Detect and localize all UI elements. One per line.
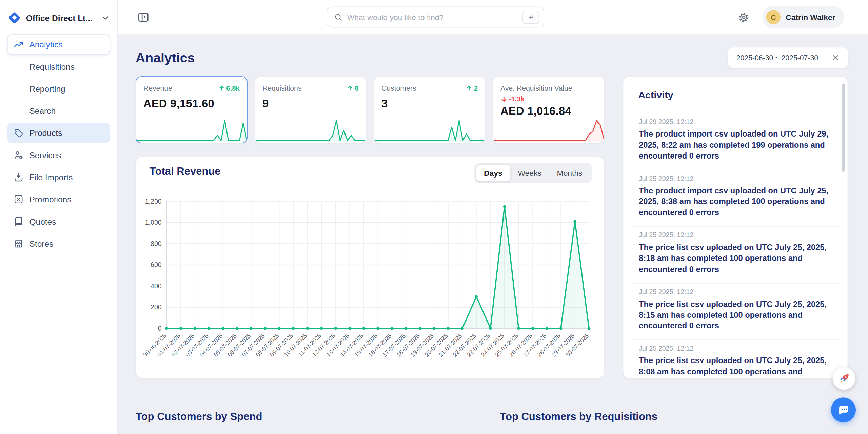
sidebar-item-stores[interactable]: Stores: [7, 233, 110, 254]
activity-item: Jul 25 2025, 12:12The product import csv…: [632, 170, 840, 227]
page-header: Analytics 2025-06-30 ~ 2025-07-30: [136, 47, 848, 68]
activity-item: Jul 25 2025, 12:12The price list csv upl…: [632, 284, 840, 340]
revenue-line-chart: 02004006008001,0001,20030-06-202501-07-2…: [136, 157, 605, 379]
activity-text: The price list csv uploaded on UTC July …: [639, 299, 833, 332]
kpi-card-ave-requisition-value[interactable]: Ave. Requisition Value-1.3kAED 1,016.84: [493, 76, 605, 143]
activity-text: The product import csv uploaded on UTC J…: [639, 186, 833, 219]
activity-text: The product import csv uploaded on UTC J…: [639, 129, 833, 162]
settings-gear-icon[interactable]: [738, 11, 750, 23]
kpi-sparkline: [493, 117, 604, 143]
user-menu[interactable]: C Catrin Walker: [763, 6, 844, 28]
activity-timestamp: Jul 25 2025, 12:12: [639, 174, 833, 182]
top-customers-requisitions-heading: Top Customers by Requisitions: [500, 411, 657, 423]
activity-text: The price list csv uploaded on UTC July …: [639, 356, 833, 378]
chat-support-button[interactable]: [831, 397, 856, 422]
chevron-down-icon: [101, 13, 110, 22]
arrow-down-icon: [500, 95, 508, 102]
activity-timestamp: Jul 25 2025, 12:12: [639, 345, 833, 352]
sidebar-item-services[interactable]: Services: [7, 145, 110, 165]
store-icon: [13, 238, 24, 249]
kpi-card-top: Requisitions8: [262, 84, 359, 92]
activity-scrollbar[interactable]: [842, 83, 845, 172]
kpi-label: Revenue: [143, 84, 172, 92]
svg-text:200: 200: [151, 303, 162, 311]
sidebar-item-quotes[interactable]: Quotes: [7, 211, 110, 231]
sidebar-item-search[interactable]: Search: [7, 101, 110, 121]
topbar-right: C Catrin Walker: [738, 0, 844, 34]
svg-text:400: 400: [151, 282, 162, 290]
services-icon: [13, 150, 24, 160]
sidebar-item-reporting[interactable]: Reporting: [7, 79, 110, 99]
main-content: Analytics 2025-06-30 ~ 2025-07-30 Revenu…: [118, 34, 868, 434]
activity-text: The price list csv uploaded on UTC July …: [639, 242, 833, 275]
sidebar-item-promotions[interactable]: Promotions: [7, 189, 110, 209]
activity-panel: Activity Jul 29 2025, 12:12The product i…: [623, 76, 848, 379]
sidebar: Office Direct Lt... AnalyticsRequisition…: [0, 0, 118, 434]
avatar: C: [766, 10, 781, 24]
kpi-card-requisitions[interactable]: Requisitions89: [255, 76, 367, 143]
sidebar-item-label: Products: [29, 128, 62, 138]
date-range-value: 2025-06-30 ~ 2025-07-30: [736, 54, 818, 62]
kpi-value: AED 9,151.60: [143, 97, 240, 110]
kpi-sparkline: [255, 117, 366, 143]
tag-icon: [13, 128, 24, 138]
kpi-card-top: Ave. Requisition Value: [500, 84, 597, 92]
kpi-value: 9: [262, 97, 359, 110]
kpi-label: Ave. Requisition Value: [500, 84, 572, 92]
sidebar-item-label: Analytics: [29, 40, 63, 49]
trend-icon: [13, 39, 24, 50]
sidebar-collapse-button[interactable]: [137, 11, 150, 23]
clear-date-icon[interactable]: [831, 54, 840, 62]
sidebar-item-label: Promotions: [29, 194, 72, 204]
activity-list: Jul 29 2025, 12:12The product import csv…: [632, 113, 840, 378]
sidebar-item-label: Reporting: [29, 84, 65, 94]
kpi-card-revenue[interactable]: Revenue6.8kAED 9,151.60: [136, 76, 248, 143]
topbar: C Catrin Walker: [118, 0, 868, 34]
search-input[interactable]: [347, 13, 518, 22]
activity-timestamp: Jul 25 2025, 12:12: [639, 288, 833, 296]
kpi-card-top: Customers2: [381, 84, 478, 92]
activity-timestamp: Jul 25 2025, 12:12: [639, 231, 833, 239]
date-range-filter[interactable]: 2025-06-30 ~ 2025-07-30: [728, 47, 848, 68]
kpi-delta: 6.8k: [218, 84, 240, 92]
kpi-card-customers[interactable]: Customers23: [374, 76, 486, 143]
top-customers-spend-heading: Top Customers by Spend: [136, 411, 262, 423]
sidebar-item-label: Requisitions: [29, 62, 75, 71]
sidebar-item-label: Stores: [29, 239, 54, 248]
org-name: Office Direct Lt...: [26, 13, 93, 22]
activity-timestamp: Jul 29 2025, 12:12: [639, 118, 833, 126]
kpi-value: AED 1,016.84: [500, 105, 597, 118]
rocket-launcher-button[interactable]: [833, 367, 855, 390]
kpi-delta: 8: [347, 84, 359, 92]
sidebar-item-analytics[interactable]: Analytics: [7, 34, 110, 55]
arrow-up-icon: [218, 85, 225, 92]
global-search: [327, 7, 544, 28]
activity-title: Activity: [638, 89, 673, 101]
sidebar-item-file-imports[interactable]: File Imports: [7, 167, 110, 187]
org-switcher[interactable]: Office Direct Lt...: [7, 7, 110, 29]
arrow-up-icon: [466, 85, 473, 92]
kpi-delta-row: -1.3k: [500, 95, 597, 103]
user-name: Catrin Walker: [786, 13, 835, 22]
kpi-sparkline: [136, 117, 247, 143]
sidebar-item-products[interactable]: Products: [7, 123, 110, 143]
activity-item: Jul 29 2025, 12:12The product import csv…: [632, 113, 840, 170]
sidebar-item-requisitions[interactable]: Requisitions: [7, 56, 110, 77]
sidebar-item-label: Quotes: [29, 217, 56, 226]
total-revenue-panel: Total Revenue DaysWeeksMonths 0200400600…: [136, 157, 605, 379]
sidebar-item-label: Search: [29, 106, 56, 116]
svg-text:800: 800: [151, 240, 162, 247]
kpi-sparkline: [374, 117, 485, 143]
sidebar-nav: AnalyticsRequisitionsReportingSearchProd…: [7, 34, 110, 254]
kpi-card-top: Revenue6.8k: [143, 84, 240, 92]
kpi-delta: 2: [466, 84, 478, 92]
svg-text:1,200: 1,200: [145, 198, 162, 205]
activity-item: Jul 25 2025, 12:12The price list csv upl…: [632, 227, 840, 283]
kpi-delta: -1.3k: [500, 95, 597, 103]
company-logo-icon: [7, 11, 21, 25]
analytics-dashboard: Office Direct Lt... AnalyticsRequisition…: [0, 0, 868, 434]
import-icon: [13, 172, 24, 183]
arrow-up-icon: [347, 85, 354, 92]
kpi-label: Customers: [381, 84, 416, 92]
enter-key-icon: [522, 11, 539, 24]
